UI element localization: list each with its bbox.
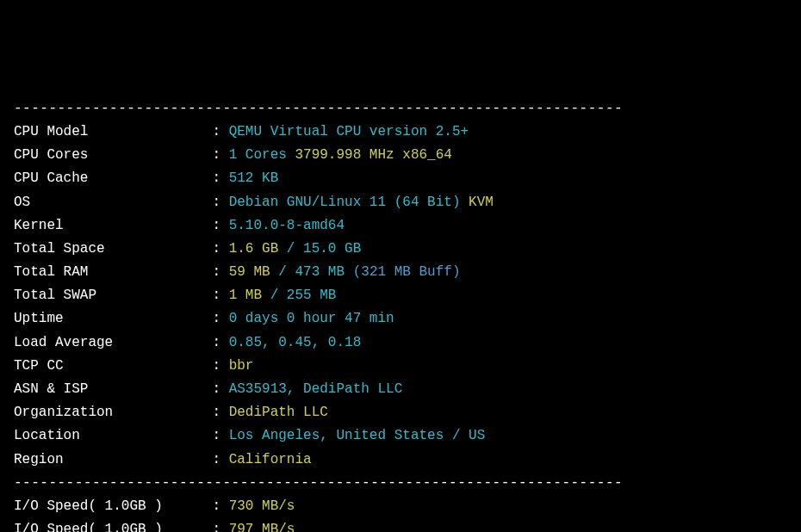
info-value-0: 59 MB [229,264,279,280]
io-value-0: 730 MB/s [229,498,295,514]
info-value-0: 0.85, 0.45, 0.18 [229,335,362,350]
info-row: OS : Debian GNU/Linux 11 (64 Bit) KVM [14,191,787,214]
info-label: CPU Cores [14,144,212,167]
colon: : [212,331,228,355]
colon: : [212,191,228,214]
info-row: CPU Model : QEMU Virtual CPU version 2.5… [14,121,787,144]
colon: : [212,144,228,167]
colon: : [212,355,228,378]
info-value-0: DediPath LLC [229,405,328,420]
divider: ----------------------------------------… [14,97,787,121]
info-label: OS [14,191,212,214]
info-label: Total Space [14,238,212,261]
colon: : [212,518,228,532]
info-value-1: / 255 MB [270,288,337,303]
info-row: Organization : DediPath LLC [14,401,787,424]
colon: : [212,214,228,238]
info-label: Location [14,424,212,448]
io-row: I/O Speed( 1.0GB ) : 797 MB/s [14,518,787,532]
info-label: Organization [14,401,212,424]
colon: : [212,307,228,331]
info-value-0: 5.10.0-8-amd64 [229,218,345,233]
info-value-1: / 15.0 GB [287,241,361,257]
info-value-0: 512 KB [229,170,279,186]
info-row: Location : Los Angeles, United States / … [14,424,787,448]
info-value-0: Debian GNU/Linux 11 (64 Bit) [229,195,469,210]
info-row: Total RAM : 59 MB / 473 MB (321 MB Buff) [14,261,787,284]
info-value-0: Los Angeles, United States / US [229,428,486,443]
info-row: Uptime : 0 days 0 hour 47 min [14,307,787,331]
info-value-0: bbr [229,358,254,374]
info-row: ASN & ISP : AS35913, DediPath LLC [14,378,787,401]
info-value-1: KVM [469,195,494,210]
colon: : [212,495,228,518]
info-value-0: California [229,452,312,467]
info-value-2: (321 MB Buff) [353,264,461,280]
info-label: Kernel [14,214,212,238]
colon: : [212,424,228,448]
info-label: Load Average [14,331,212,355]
io-label: I/O Speed( 1.0GB ) [14,518,212,532]
info-row: TCP CC : bbr [14,355,787,378]
info-value-0: 1 MB [229,288,270,303]
info-label: Region [14,448,212,472]
info-label: ASN & ISP [14,378,212,401]
info-label: Total RAM [14,261,212,284]
io-row: I/O Speed( 1.0GB ) : 730 MB/s [14,495,787,518]
info-value-0: QEMU Virtual CPU version 2.5+ [229,124,469,139]
info-label: Uptime [14,307,212,331]
colon: : [212,448,228,472]
info-label: TCP CC [14,355,212,378]
io-value-0: 797 MB/s [229,522,295,532]
info-value-0: 1.6 GB [229,241,287,257]
colon: : [212,167,228,190]
info-value-0: 1 Cores [229,147,295,163]
info-row: Total SWAP : 1 MB / 255 MB [14,284,787,307]
info-row: CPU Cache : 512 KB [14,167,787,190]
info-row: Load Average : 0.85, 0.45, 0.18 [14,331,787,355]
info-label: CPU Model [14,121,212,144]
colon: : [212,261,228,284]
divider: ----------------------------------------… [14,472,787,495]
colon: : [212,284,228,307]
colon: : [212,378,228,401]
info-row: Region : California [14,448,787,472]
colon: : [212,238,228,261]
io-label: I/O Speed( 1.0GB ) [14,495,212,518]
info-label: Total SWAP [14,284,212,307]
info-value-1: 3799.998 MHz x86_64 [295,147,451,163]
info-row: CPU Cores : 1 Cores 3799.998 MHz x86_64 [14,144,787,167]
colon: : [212,121,228,144]
info-label: CPU Cache [14,167,212,190]
info-row: Total Space : 1.6 GB / 15.0 GB [14,238,787,261]
info-value-1: / 473 MB [278,264,352,280]
info-row: Kernel : 5.10.0-8-amd64 [14,214,787,238]
info-value-0: AS35913, DediPath LLC [229,381,403,397]
colon: : [212,401,228,424]
terminal-output: ----------------------------------------… [14,97,787,532]
info-value-0: 0 days 0 hour 47 min [229,311,394,326]
